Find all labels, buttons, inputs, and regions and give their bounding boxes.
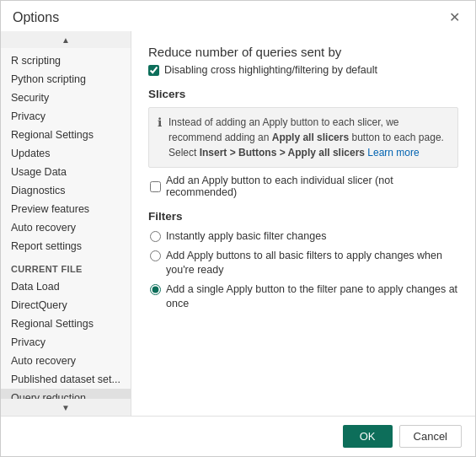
sidebar-item-regional-settings-cf[interactable]: Regional Settings [1,315,131,333]
disabling-checkbox[interactable] [148,65,159,76]
sidebar: ▲ R scriptingPython scriptingSecurityPri… [1,31,131,416]
filter-radio-label-add-apply: Add Apply buttons to all basic filters t… [166,249,458,278]
close-button[interactable]: ✕ [446,9,463,26]
disabling-checkbox-row: Disabling cross highlighting/filtering b… [148,64,458,76]
sidebar-item-updates[interactable]: Updates [1,144,131,163]
sidebar-item-preview-features[interactable]: Preview features [1,200,131,218]
filter-radio-label-single-apply: Add a single Apply button to the filter … [166,282,458,312]
sidebar-item-directquery[interactable]: DirectQuery [1,296,131,315]
filter-radio-add-apply[interactable] [150,250,161,261]
sidebar-item-security[interactable]: Security [1,89,131,107]
individual-slicer-checkbox-row: Add an Apply button to each individual s… [148,175,458,198]
sidebar-item-privacy[interactable]: Privacy [1,107,131,126]
dialog-title: Options [13,10,59,25]
sidebar-item-data-load[interactable]: Data Load [1,277,131,296]
titlebar: Options ✕ [1,1,475,31]
sidebar-item-query-reduction[interactable]: Query reduction [1,389,131,399]
filter-radio-instantly[interactable] [150,231,161,242]
sidebar-item-python-scripting[interactable]: Python scripting [1,70,131,89]
individual-slicer-label: Add an Apply button to each individual s… [166,175,458,198]
filter-radio-row-instantly: Instantly apply basic filter changes [150,229,458,245]
sidebar-item-auto-recovery-cf[interactable]: Auto recovery [1,352,131,370]
filter-radio-label-instantly: Instantly apply basic filter changes [166,229,326,245]
main-content: Reduce number of queries sent by Disabli… [131,31,475,416]
cancel-button[interactable]: Cancel [399,425,462,448]
filters-title: Filters [148,210,458,223]
main-section-title: Reduce number of queries sent by [148,45,458,59]
filter-radio-row-single-apply: Add a single Apply button to the filter … [150,282,458,312]
slicers-info-box: ℹ Instead of adding an Apply button to e… [148,107,458,168]
dialog-body: ▲ R scriptingPython scriptingSecurityPri… [1,31,475,416]
scroll-down-button[interactable]: ▼ [1,399,131,416]
sidebar-item-regional-settings[interactable]: Regional Settings [1,126,131,144]
sidebar-item-r-scripting[interactable]: R scripting [1,51,131,70]
current-file-label: CURRENT FILE [1,255,131,277]
sidebar-item-published-dataset[interactable]: Published dataset set... [1,370,131,389]
sidebar-item-auto-recovery[interactable]: Auto recovery [1,218,131,237]
slicers-title: Slicers [148,88,458,100]
ok-button[interactable]: OK [343,425,393,448]
dialog-footer: OK Cancel [1,416,475,456]
sidebar-item-report-settings[interactable]: Report settings [1,237,131,255]
sidebar-item-diagnostics[interactable]: Diagnostics [1,181,131,200]
filter-radio-single-apply[interactable] [150,284,161,295]
sidebar-current-file-items: Data LoadDirectQueryRegional SettingsPri… [1,277,131,399]
info-icon: ℹ [158,116,162,160]
options-dialog: Options ✕ ▲ R scriptingPython scriptingS… [0,0,476,457]
individual-slicer-checkbox[interactable] [150,181,161,192]
sidebar-global-items: R scriptingPython scriptingSecurityPriva… [1,51,131,255]
slicers-info-text: Instead of adding an Apply button to eac… [168,115,449,160]
disabling-checkbox-label: Disabling cross highlighting/filtering b… [164,64,377,76]
sidebar-item-usage-data[interactable]: Usage Data [1,163,131,181]
filters-radio-group: Instantly apply basic filter changesAdd … [148,229,458,312]
scroll-up-button[interactable]: ▲ [1,31,131,48]
filter-radio-row-add-apply: Add Apply buttons to all basic filters t… [150,249,458,278]
learn-more-link[interactable]: Learn more [367,147,419,159]
sidebar-scroll: R scriptingPython scriptingSecurityPriva… [1,48,131,399]
sidebar-item-privacy-cf[interactable]: Privacy [1,333,131,352]
